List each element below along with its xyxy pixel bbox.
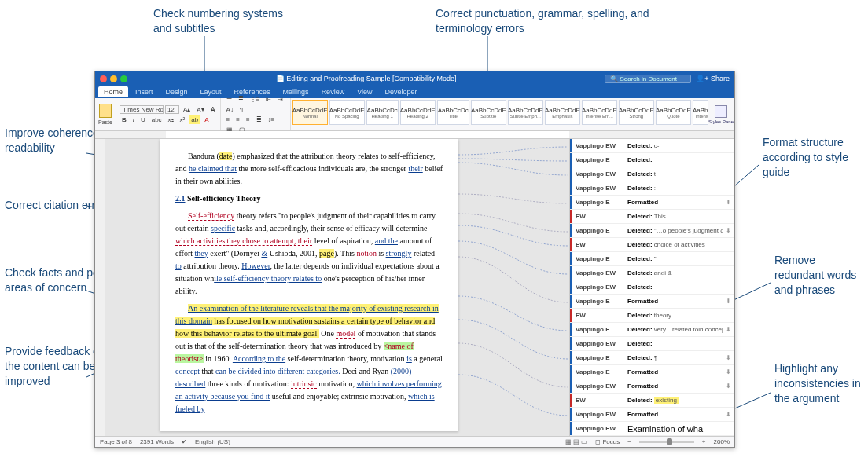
revision-item[interactable]: Vappingo EWFormatted ⬇ bbox=[570, 379, 734, 394]
traffic-lights[interactable] bbox=[100, 75, 127, 82]
font-color-button[interactable]: A bbox=[202, 115, 211, 124]
style-subtitle[interactable]: AaBbCcDdESubtitle bbox=[471, 100, 506, 125]
callout-format: Format structure according to style guid… bbox=[763, 135, 868, 180]
clear-format-button[interactable]: A̶ bbox=[208, 105, 217, 114]
styles-pane-icon bbox=[715, 105, 727, 118]
style-title[interactable]: AaBbCcDcTitle bbox=[437, 100, 469, 125]
close-icon[interactable] bbox=[100, 75, 107, 82]
style-emphasis[interactable]: AaBbCcDdEEmphasis bbox=[545, 100, 580, 125]
revision-item[interactable]: Vappingo EWDeleted: t bbox=[570, 167, 734, 181]
page-indicator[interactable]: Page 3 of 8 bbox=[100, 438, 132, 445]
revision-item[interactable]: Vappingo EWDeleted: bbox=[570, 280, 734, 295]
zoom-in-button[interactable]: + bbox=[702, 438, 706, 445]
revision-item[interactable]: EWDeleted: existing bbox=[570, 394, 734, 408]
revision-item[interactable]: Vappingo EWExamination of wha bbox=[570, 422, 734, 436]
styles-gallery[interactable]: AaBbCcDdENormalAaBbCcDdENo SpacingAaBbCc… bbox=[291, 98, 708, 130]
para-1[interactable]: Bandura (date) emphasized that the attri… bbox=[175, 150, 443, 188]
justify-button[interactable]: ≣ bbox=[254, 115, 264, 124]
subscript-button[interactable]: x₂ bbox=[166, 115, 176, 124]
revision-item[interactable]: Vappingo EWDeleted: : bbox=[570, 181, 734, 196]
tab-view[interactable]: View bbox=[351, 86, 377, 97]
revisions-pane[interactable]: Vappingo EWDeleted: c-Vappingo EDeleted:… bbox=[569, 139, 734, 436]
multilevel-button[interactable]: ⋮≡ bbox=[248, 95, 263, 104]
callout-numbering: Check numbering systems and subtitles bbox=[153, 6, 287, 36]
revision-connectors bbox=[458, 139, 568, 436]
revision-item[interactable]: Vappingo EDeleted: very…related toin con… bbox=[570, 323, 734, 337]
align-right-button[interactable]: ≡ bbox=[244, 115, 252, 124]
spellcheck-icon[interactable]: ✔︎ bbox=[182, 438, 187, 445]
underline-button[interactable]: U bbox=[138, 115, 148, 124]
language-indicator[interactable]: English (US) bbox=[195, 438, 230, 445]
indent-right-button[interactable]: ⇥ bbox=[275, 95, 285, 104]
zoom-icon[interactable] bbox=[120, 75, 127, 82]
zoom-level[interactable]: 200% bbox=[714, 438, 730, 445]
style-subtle-emph-[interactable]: AaBbCcDdESubtle Emph... bbox=[508, 100, 543, 125]
tab-design[interactable]: Design bbox=[160, 86, 193, 97]
tab-developer[interactable]: Developer bbox=[380, 86, 423, 97]
revision-item[interactable]: Vappingo EDeleted: " bbox=[570, 252, 734, 266]
tab-layout[interactable]: Layout bbox=[195, 86, 227, 97]
minimize-icon[interactable] bbox=[110, 75, 117, 82]
view-buttons[interactable]: ▦ ▤ ▭ bbox=[565, 438, 587, 445]
zoom-out-button[interactable]: − bbox=[627, 438, 631, 445]
revision-item[interactable]: Vappingo EWDeleted: bbox=[570, 337, 734, 351]
heading-2-1[interactable]: 2.1 Self-efficiency Theory bbox=[175, 192, 443, 205]
indent-left-button[interactable]: ⇤ bbox=[263, 95, 274, 104]
revision-item[interactable]: EWDeleted: This bbox=[570, 210, 734, 224]
style-intense-quote[interactable]: AaBbCcDdEIntense Quote bbox=[693, 100, 708, 125]
search-input[interactable]: 🔍 Search in Document bbox=[605, 75, 691, 83]
ruler[interactable] bbox=[95, 131, 734, 139]
tab-insert[interactable]: Insert bbox=[130, 86, 159, 97]
document-page[interactable]: Bandura (date) emphasized that the attri… bbox=[160, 139, 458, 431]
styles-pane-button[interactable]: Styles Pane bbox=[708, 98, 734, 130]
revision-item[interactable]: Vappingo EWFormatted ⬇ bbox=[570, 408, 734, 422]
align-left-button[interactable]: ≡ bbox=[224, 115, 233, 124]
para-3[interactable]: An examination of the literature reveals… bbox=[175, 302, 443, 416]
para-2[interactable]: Self-efficiency theory refers "to people… bbox=[175, 210, 443, 298]
revision-item[interactable]: Vappingo EFormatted ⬇ bbox=[570, 295, 734, 309]
revision-item[interactable]: Vappingo EDeleted: bbox=[570, 153, 734, 167]
titlebar: Editing and Proofreading Sample [Compati… bbox=[95, 71, 734, 86]
sort-button[interactable]: A↓ bbox=[224, 105, 236, 114]
revision-item[interactable]: Vappingo EDeleted: "…o people's judgment… bbox=[570, 224, 734, 238]
style-normal[interactable]: AaBbCcDdENormal bbox=[292, 100, 328, 125]
style-intense-em-[interactable]: AaBbCcDdEIntense Em... bbox=[582, 100, 617, 125]
style-heading-1[interactable]: AaBbCcDcHeading 1 bbox=[366, 100, 399, 125]
grow-font-button[interactable]: A▴ bbox=[181, 105, 193, 114]
share-button[interactable]: 👤+ Share bbox=[696, 75, 730, 82]
strike-button[interactable]: abc bbox=[149, 115, 164, 124]
superscript-button[interactable]: x² bbox=[178, 115, 188, 124]
align-center-button[interactable]: ≡ bbox=[234, 115, 242, 124]
pilcrow-button[interactable]: ¶ bbox=[237, 105, 245, 114]
revision-item[interactable]: Vappingo EWDeleted: andi & bbox=[570, 266, 734, 280]
shrink-font-button[interactable]: A▾ bbox=[194, 105, 206, 114]
style-no-spacing[interactable]: AaBbCcDdENo Spacing bbox=[329, 100, 365, 125]
tab-review[interactable]: Review bbox=[316, 86, 351, 97]
highlight-button[interactable]: ab bbox=[189, 115, 200, 124]
revision-item[interactable]: Vappingo EFormatted ⬇ bbox=[570, 365, 734, 379]
style-strong[interactable]: AaBbCcDdEStrong bbox=[619, 100, 654, 125]
revision-item[interactable]: Vappingo EWDeleted: c- bbox=[570, 139, 734, 153]
bullets-button[interactable]: ☰ bbox=[224, 95, 234, 104]
callout-inconsistencies: Highlight any inconsistencies in the arg… bbox=[774, 361, 868, 406]
highlight-date: date bbox=[219, 152, 233, 160]
tab-home[interactable]: Home bbox=[98, 86, 128, 97]
revision-item[interactable]: EWDeleted: choice of activities bbox=[570, 238, 734, 252]
revision-item[interactable]: Vappingo EDeleted: ¶⬇ bbox=[570, 351, 734, 365]
revision-item[interactable]: EWDeleted: theory bbox=[570, 309, 734, 323]
revision-item[interactable]: Vappingo EFormatted ⬇ bbox=[570, 196, 734, 210]
font-size-select[interactable]: 12 bbox=[165, 105, 179, 114]
style-quote[interactable]: AaBbCcDdEQuote bbox=[656, 100, 691, 125]
word-count[interactable]: 2391 Words bbox=[140, 438, 174, 445]
focus-button[interactable]: ◻ Focus bbox=[595, 438, 620, 445]
line-spacing-button[interactable]: ↕≡ bbox=[266, 115, 278, 124]
bold-button[interactable]: B bbox=[120, 115, 129, 124]
zoom-slider[interactable] bbox=[639, 441, 694, 443]
search-placeholder: Search in Document bbox=[620, 75, 676, 82]
style-heading-2[interactable]: AaBbCcDdEHeading 2 bbox=[400, 100, 436, 125]
page-area[interactable]: Bandura (date) emphasized that the attri… bbox=[105, 139, 569, 436]
font-name-select[interactable]: Times New Ro... bbox=[120, 105, 164, 114]
numbering-button[interactable]: ≣ bbox=[236, 95, 246, 104]
italic-button[interactable]: I bbox=[131, 115, 137, 124]
paste-group[interactable]: Paste bbox=[95, 98, 116, 130]
